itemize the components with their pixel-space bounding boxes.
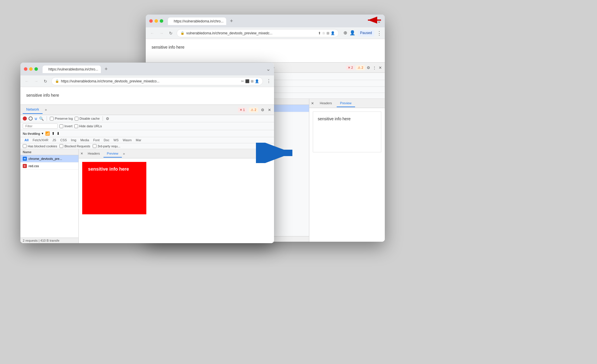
back-dt-close-icon[interactable]: ✕: [378, 65, 382, 70]
front-dt-preview-tabs: ✕ Headers Preview »: [79, 149, 274, 158]
front-dt-settings-gear[interactable]: ⚙: [106, 116, 109, 121]
back-minimize-button[interactable]: [154, 19, 158, 23]
back-dt-error-badge: ✕2: [346, 65, 355, 70]
front-dt-filter-input[interactable]: [23, 123, 58, 129]
front-new-tab-button[interactable]: +: [102, 65, 110, 73]
back-puzzle-icon[interactable]: ⊞: [326, 31, 329, 35]
front-dt-tabs-bar: Network » ✕1 ⚠2 ⚙ ✕: [20, 105, 274, 115]
front-minimize-button[interactable]: [29, 67, 33, 71]
front-dt-preserve-log[interactable]: Preserve log: [50, 117, 73, 121]
front-dt-right-icons: ✕1 ⚠2 ⚙ ✕: [238, 107, 272, 113]
back-traffic-lights: [149, 19, 163, 23]
front-dt-upload-icon[interactable]: ⬆: [52, 131, 55, 136]
front-window-menu[interactable]: ⌄: [266, 66, 271, 72]
front-nav-forward[interactable]: →: [33, 78, 40, 85]
front-dt-preview-more[interactable]: »: [123, 152, 125, 156]
front-dt-throttle-arrow[interactable]: ▾: [42, 132, 43, 135]
back-page-content: sensitive info here: [146, 39, 385, 62]
back-dt-settings-icon[interactable]: ⚙: [366, 65, 371, 70]
front-nav-back[interactable]: ←: [23, 78, 30, 85]
back-nav-forward[interactable]: →: [158, 30, 165, 37]
front-dt-type-doc[interactable]: Doc: [102, 138, 111, 142]
front-dt-warn-badge: ⚠2: [249, 107, 258, 112]
back-preview-white-box: sensitive info here: [313, 112, 381, 152]
back-nav-refresh[interactable]: ↻: [167, 30, 174, 37]
front-dt-req-header: Name: [20, 149, 78, 155]
front-dt-type-xhr[interactable]: Fetch/XHR: [31, 138, 50, 142]
front-maximize-button[interactable]: [34, 67, 38, 71]
back-dt-preview-tab[interactable]: Preview: [337, 100, 355, 107]
front-dt-3rd-party[interactable]: 3rd-party requ...: [93, 144, 120, 148]
back-tab-area: https://vulnerabledoma.in/chro... ✕ +: [168, 17, 375, 25]
front-dt-type-font[interactable]: Font: [92, 138, 101, 142]
back-person-icon[interactable]: 👤: [331, 31, 335, 35]
front-dt-type-js[interactable]: JS: [51, 138, 58, 142]
front-dt-type-wasm[interactable]: Wasm: [121, 138, 134, 142]
front-dt-close-icon[interactable]: ✕: [267, 107, 272, 113]
front-dt-filter-row: Invert Hide data URLs: [20, 122, 274, 130]
front-puzzle-icon[interactable]: ⊞: [251, 79, 254, 83]
front-dt-wifi-icon[interactable]: 📶: [45, 131, 50, 136]
back-dt-headers-tab[interactable]: Headers: [316, 100, 336, 107]
front-dt-close-panel[interactable]: ✕: [80, 152, 83, 156]
front-dt-type-media[interactable]: Media: [79, 138, 91, 142]
back-new-tab-button[interactable]: +: [227, 17, 236, 25]
front-menu-dots[interactable]: ⋮: [266, 78, 271, 84]
back-close-button[interactable]: [149, 19, 153, 23]
back-dt-right-panel: ✕ Headers Preview: [309, 99, 385, 242]
front-devtools: Network » ✕1 ⚠2 ⚙ ✕ ⊎ 🔍 Preserve l: [20, 105, 274, 243]
back-maximize-button[interactable]: [160, 19, 163, 23]
front-dt-req-empty: [20, 170, 78, 238]
back-nav-back[interactable]: ←: [149, 30, 156, 37]
front-bookmark-icon[interactable]: ⬛: [245, 79, 250, 83]
front-active-tab[interactable]: https://vulnerabledoma.in/chro... ✕: [43, 66, 101, 73]
back-dt-close-panel[interactable]: ✕: [311, 101, 314, 105]
back-profile-icon[interactable]: 👤: [350, 30, 355, 36]
front-person-icon[interactable]: 👤: [255, 79, 259, 83]
front-dt-type-css[interactable]: CSS: [59, 138, 69, 142]
front-tab-close[interactable]: ✕: [101, 68, 101, 71]
back-extensions-icon[interactable]: ⊕: [343, 30, 347, 36]
front-dt-invert[interactable]: Invert: [59, 124, 73, 128]
front-close-button[interactable]: [24, 67, 27, 71]
back-active-tab[interactable]: https://vulnerabledoma.in/chro... ✕: [168, 17, 226, 25]
front-dt-disable-cache[interactable]: Disable cache: [75, 117, 100, 121]
back-tab-close[interactable]: ✕: [226, 20, 226, 23]
front-nav-refresh[interactable]: ↻: [42, 78, 49, 85]
front-dt-hide-data[interactable]: Hide data URLs: [74, 124, 102, 128]
back-share-icon[interactable]: ⬆: [318, 31, 321, 35]
front-dt-filter-icon[interactable]: ⊎: [34, 116, 37, 121]
front-dt-req-item-2[interactable]: C red.css: [20, 162, 78, 170]
back-star-icon[interactable]: ☆: [322, 31, 325, 35]
front-req-name-1: chrome_devtools_pre...: [29, 157, 62, 160]
back-titlebar: https://vulnerabledoma.in/chro... ✕ + ⌄: [146, 15, 385, 27]
front-dt-download-icon[interactable]: ⬇: [57, 131, 60, 136]
front-cut-icon[interactable]: ✂: [241, 79, 244, 83]
front-dt-stop-btn[interactable]: [29, 116, 33, 121]
front-traffic-lights: [24, 67, 38, 71]
back-address-box[interactable]: 🔒 vulnerabledoma.in/chrome_devtools_prev…: [177, 29, 339, 37]
front-dt-search-icon[interactable]: 🔍: [39, 116, 44, 121]
front-dt-type-all[interactable]: All: [23, 138, 30, 142]
front-dt-preview-tab[interactable]: Preview: [103, 150, 122, 158]
front-dt-divider2: [103, 116, 103, 121]
front-dt-record-btn[interactable]: [23, 116, 27, 121]
front-addressbar: ← → ↻ 🔒 https://vulnerabledoma.in/chrome…: [20, 75, 274, 87]
front-dt-type-img[interactable]: Img: [69, 138, 78, 142]
front-address-box[interactable]: 🔒 https://vulnerabledoma.in/chrome_devto…: [51, 77, 263, 85]
front-dt-has-blocked-cookies[interactable]: Has blocked cookies: [23, 144, 57, 148]
front-dt-req-item-1[interactable]: H chrome_devtools_pre...: [20, 155, 78, 162]
front-dt-tab-more[interactable]: »: [45, 108, 47, 112]
back-dt-more-icon[interactable]: ⋮: [372, 65, 377, 70]
back-paused-badge[interactable]: Paused: [358, 30, 374, 36]
front-req-type-css: C: [23, 164, 27, 168]
front-dt-tab-network[interactable]: Network: [23, 106, 43, 114]
front-dt-type-mar[interactable]: Mar: [134, 138, 143, 142]
front-dt-request-list: Name H chrome_devtools_pre... C red.css …: [20, 149, 79, 243]
front-dt-divider: [47, 116, 47, 121]
front-dt-type-ws[interactable]: WS: [112, 138, 120, 142]
front-dt-headers-tab[interactable]: Headers: [84, 150, 103, 158]
front-dt-settings-icon[interactable]: ⚙: [260, 107, 265, 113]
front-dt-blocked-requests[interactable]: Blocked Requests: [59, 144, 90, 148]
back-menu-dots[interactable]: ⋮: [377, 30, 382, 36]
